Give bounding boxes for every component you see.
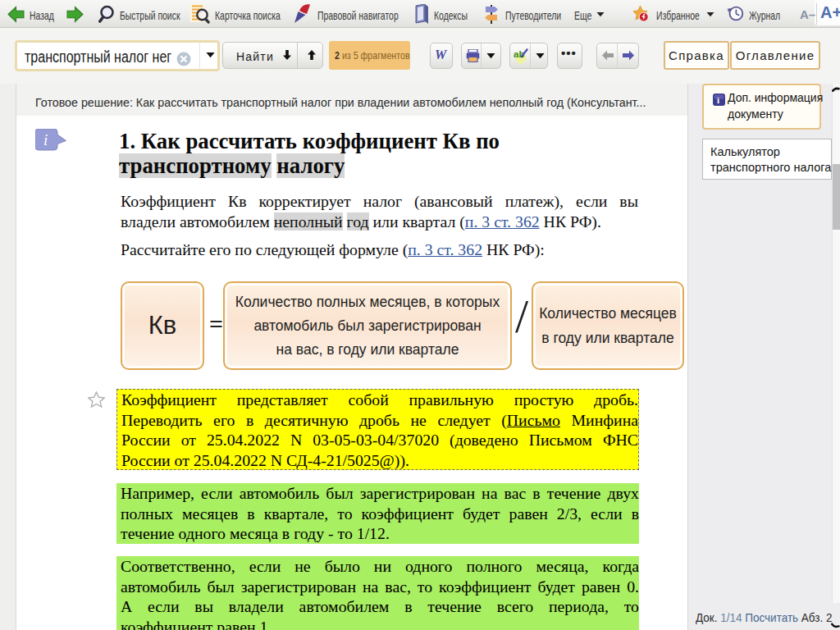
svg-text:i: i [717,95,719,105]
svg-text:i: i [43,131,48,148]
